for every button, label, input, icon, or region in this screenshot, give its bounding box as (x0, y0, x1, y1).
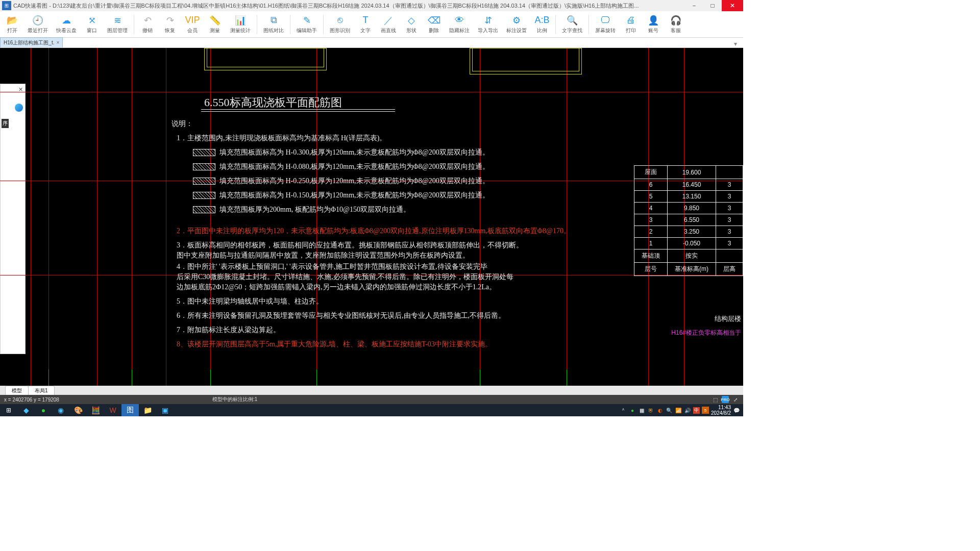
toolbar-icon: ✎ (301, 15, 312, 26)
tray-icon[interactable]: ◐ (656, 407, 664, 414)
explorer-icon[interactable]: 📁 (139, 404, 156, 416)
close-button[interactable]: ✕ (722, 0, 743, 11)
clock[interactable]: 11:43 2024/8/2 (711, 405, 731, 416)
tray-shield-icon[interactable]: ⛨ (647, 407, 654, 414)
volume-icon[interactable]: 🔊 (684, 407, 691, 414)
toolbar-文字[interactable]: T文字 (354, 14, 377, 35)
tray-icon[interactable]: ▦ (638, 407, 645, 414)
hatch-legend (193, 206, 215, 213)
toolbar-icon: T (360, 15, 371, 26)
table-cell: 6 (634, 179, 668, 191)
pro-badge: PRO (722, 396, 729, 403)
minimize-button[interactable]: － (685, 0, 703, 11)
toolbar-画直线[interactable]: ／画直线 (377, 14, 400, 35)
tab-model[interactable]: 模型 (5, 386, 29, 395)
toolbar-icon: ／ (383, 15, 394, 26)
note-text: 图中支座附加筋与拉通筋间隔居中放置，支座附加筋除注明设置范围外均为所在板跨内设置… (177, 251, 470, 260)
toolbar-导入导出[interactable]: ⇵导入导出 (474, 14, 502, 35)
table-row: 513.1503 (634, 191, 743, 203)
tray-icon[interactable]: 🔍 (666, 407, 673, 414)
note-text: 6．所有未注明设备预留孔洞及预埋套管等应与相关专业图纸核对无误后,由专业人员指导… (177, 311, 505, 320)
maximize-button[interactable]: □ (703, 0, 722, 11)
toolbar-编辑助手[interactable]: ✎编辑助手 (292, 14, 321, 35)
taskbar-app[interactable]: 🧮 (87, 404, 104, 416)
tray-icon[interactable]: ● (629, 407, 636, 414)
toolbar-会员[interactable]: VIP会员 (181, 14, 204, 35)
section-outline (470, 48, 582, 74)
table-row: 屋面19.600 (634, 166, 743, 179)
table-cell (716, 166, 743, 179)
toolbar-separator (323, 15, 324, 34)
toolbar-label: 文字 (360, 27, 371, 34)
table-cell: 3 (716, 179, 743, 191)
coords-readout: x = 2402706 y = 179208 (4, 397, 59, 403)
toolbar-icon: ⎋ (334, 15, 346, 26)
taskbar-app[interactable]: ▣ (156, 404, 174, 416)
toolbar-删除[interactable]: ⌫删除 (423, 14, 445, 35)
toolbar-label: 测量统计 (230, 27, 251, 34)
toolbar-屏幕旋转[interactable]: 🖵屏幕旋转 (591, 14, 620, 35)
table-row: 23.2503 (634, 226, 743, 238)
toolbar-测量统计[interactable]: 📊测量统计 (226, 14, 255, 35)
toolbar-账号[interactable]: 👤账号 (642, 14, 665, 35)
tray-badge[interactable]: 5 (702, 407, 709, 414)
copilot-icon[interactable] (15, 104, 23, 112)
toolbar-icon: ⇵ (482, 15, 494, 26)
toolbar-恢复[interactable]: ↷恢复 (159, 14, 181, 35)
window-buttons: － □ ✕ (685, 0, 743, 11)
toolbar-图形识别[interactable]: ⎋图形识别 (326, 14, 354, 35)
table-cell: 5 (634, 191, 668, 203)
note-text: 4．图中所注' '表示楼板上预留洞口,' '表示设备管井,施工时暂井范围板筋按设… (177, 262, 487, 271)
toolbar-icon: ≋ (112, 15, 123, 26)
add-tab-button[interactable]: ▾ (731, 40, 740, 47)
hatch-legend (193, 192, 215, 199)
ime-indicator[interactable]: 中 (693, 407, 700, 414)
wechat-icon[interactable]: ● (35, 404, 52, 416)
note-text: 边加板底筋2Φ12@50；短跨加强筋需锚入梁内,另一边未锚入梁内的加强筋伸过洞边… (177, 283, 496, 292)
toolbar-测量[interactable]: 📏测量 (204, 14, 226, 35)
note-text: 1．主楼范围内,未注明现浇板板面标高均为基准标高 H(详层高表)。 (177, 134, 386, 143)
title-underline (201, 111, 395, 112)
toolbar-图纸对比[interactable]: ⧉图纸对比 (259, 14, 288, 35)
toolbar-快看云盘[interactable]: ☁快看云盘 (52, 14, 81, 35)
toolbar-标注设置[interactable]: ⚙标注设置 (502, 14, 531, 35)
toolbar-窗口[interactable]: ⤧窗口 (81, 14, 103, 35)
toolbar-label: 标注设置 (506, 27, 527, 34)
taskbar-app[interactable]: ◆ (17, 404, 35, 416)
app-icon: 图 (2, 1, 11, 10)
toolbar-打印[interactable]: 🖨打印 (620, 14, 642, 35)
toolbar-图层管理[interactable]: ≋图层管理 (103, 14, 132, 35)
close-tab-icon[interactable]: × (56, 40, 59, 45)
cad-app-icon[interactable]: 图 (121, 404, 139, 416)
wps-icon[interactable]: W (104, 404, 121, 416)
notification-icon[interactable]: 💬 (733, 407, 740, 414)
toolbar-形状[interactable]: ◇形状 (400, 14, 423, 35)
table-cell: 3 (716, 226, 743, 238)
toolbar-比例[interactable]: A:B比例 (531, 14, 553, 35)
status-icon[interactable]: ⤢ (732, 396, 739, 403)
toolbar-文字查找[interactable]: 🔍文字查找 (558, 14, 586, 35)
toolbar-打开[interactable]: 📂打开 (1, 14, 23, 35)
toolbar-icon: 🕘 (32, 15, 43, 26)
wifi-icon[interactable]: 📶 (675, 407, 682, 414)
document-tab[interactable]: H16上部结构施工图_t. × (0, 37, 63, 47)
taskbar-app[interactable]: 🎨 (69, 404, 87, 416)
toolbar-icon: ↷ (164, 15, 176, 26)
toolbar-icon: 🖵 (600, 15, 611, 26)
tray-chevron-icon[interactable]: ＾ (620, 407, 627, 414)
edge-icon[interactable]: ◉ (52, 404, 69, 416)
toolbar-label: 比例 (537, 27, 547, 34)
drawing-canvas[interactable]: ✕ 序 6.550标高现浇板平面配筋图 说明： 1．主楼范围内,未注明现浇板板面… (0, 48, 743, 395)
taskbar: ⊞ ◆ ● ◉ 🎨 🧮 W 图 📁 ▣ ＾ ● ▦ ⛨ ◐ 🔍 📶 🔊 中 5 … (0, 404, 743, 416)
toolbar-最近打开[interactable]: 🕘最近打开 (23, 14, 52, 35)
toolbar-separator (555, 15, 556, 34)
table-row: 层号基准标高(m)层高 (634, 263, 743, 276)
tab-layout1[interactable]: 布局1 (28, 386, 55, 395)
status-icon[interactable]: ⬚ (712, 396, 719, 403)
toolbar-隐藏标注[interactable]: 👁隐藏标注 (445, 14, 474, 35)
start-button[interactable]: ⊞ (0, 404, 17, 416)
toolbar-label: 恢复 (165, 27, 175, 34)
table-cell: 3 (716, 203, 743, 214)
toolbar-客服[interactable]: 🎧客服 (665, 14, 687, 35)
toolbar-撤销[interactable]: ↶撤销 (136, 14, 159, 35)
